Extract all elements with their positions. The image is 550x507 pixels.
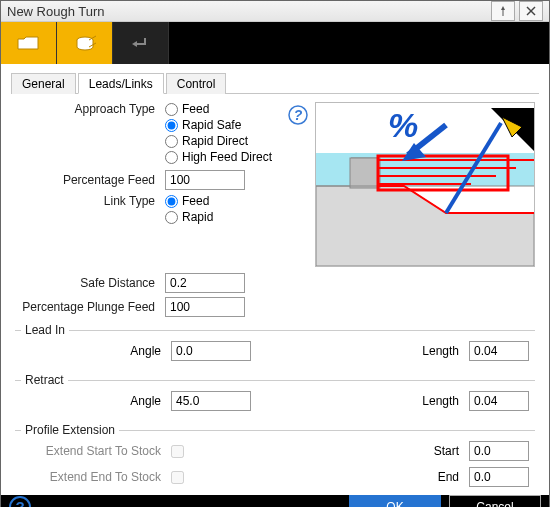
svg-rect-1 <box>503 10 504 16</box>
svg-text:?: ? <box>15 498 24 507</box>
approach-rapid-direct-radio[interactable] <box>165 135 178 148</box>
retract-length-label: Length <box>419 394 469 408</box>
approach-high-feed-radio[interactable] <box>165 151 178 164</box>
tab-strip: General Leads/Links Control <box>11 72 539 94</box>
lead-in-angle-label: Angle <box>21 344 171 358</box>
tab-general[interactable]: General <box>11 73 76 94</box>
diagram-percent-symbol: % <box>388 106 418 144</box>
percentage-plunge-input[interactable] <box>165 297 245 317</box>
dialog-window: New Rough Turn General Leads/Links Contr… <box>0 0 550 507</box>
safe-distance-label: Safe Distance <box>15 276 165 290</box>
approach-rapid-safe-label: Rapid Safe <box>182 118 241 132</box>
linktype-feed-label: Feed <box>182 194 209 208</box>
linktype-rapid-radio[interactable] <box>165 211 178 224</box>
cancel-button[interactable]: Cancel <box>449 495 541 507</box>
lead-in-length-input[interactable] <box>469 341 529 361</box>
percentage-feed-label: Percentage Feed <box>15 173 165 187</box>
tab-control[interactable]: Control <box>166 73 227 94</box>
ribbon-bar <box>1 22 549 64</box>
extend-start-checkbox[interactable] <box>171 445 184 458</box>
ribbon-folder-button[interactable] <box>1 22 57 64</box>
tab-panel-leads: Approach Type Feed Rapid Safe Rapid Dire… <box>11 94 539 493</box>
retract-group: Retract Angle Length <box>15 373 535 417</box>
approach-type-label: Approach Type <box>15 102 165 116</box>
pin-button[interactable] <box>491 1 515 21</box>
window-title: New Rough Turn <box>7 4 487 19</box>
extend-start-label: Extend Start To Stock <box>21 444 171 458</box>
profile-start-label: Start <box>419 444 469 458</box>
percentage-feed-input[interactable] <box>165 170 245 190</box>
profile-end-label: End <box>419 470 469 484</box>
content-area: General Leads/Links Control Approach Typ… <box>1 64 549 495</box>
lead-in-group: Lead In Angle Length <box>15 323 535 367</box>
ribbon-cylinder-button[interactable] <box>57 22 113 64</box>
retract-angle-input[interactable] <box>171 391 251 411</box>
retract-legend: Retract <box>21 373 68 387</box>
extend-end-checkbox[interactable] <box>171 471 184 484</box>
link-type-label: Link Type <box>15 194 165 208</box>
svg-text:?: ? <box>294 107 303 123</box>
close-button[interactable] <box>519 1 543 21</box>
svg-marker-7 <box>132 41 137 47</box>
linktype-feed-radio[interactable] <box>165 195 178 208</box>
profile-extension-legend: Profile Extension <box>21 423 119 437</box>
retract-length-input[interactable] <box>469 391 529 411</box>
retract-angle-label: Angle <box>21 394 171 408</box>
svg-rect-13 <box>350 158 380 188</box>
preview-diagram: ? <box>315 102 535 267</box>
percentage-plunge-label: Percentage Plunge Feed <box>15 300 165 314</box>
profile-end-input[interactable] <box>469 467 529 487</box>
lead-in-length-label: Length <box>419 344 469 358</box>
profile-start-input[interactable] <box>469 441 529 461</box>
linktype-rapid-label: Rapid <box>182 210 213 224</box>
ribbon-return-button[interactable] <box>113 22 169 64</box>
profile-extension-group: Profile Extension Extend Start To Stock … <box>15 423 535 493</box>
extend-end-label: Extend End To Stock <box>21 470 171 484</box>
safe-distance-input[interactable] <box>165 273 245 293</box>
approach-rapid-direct-label: Rapid Direct <box>182 134 248 148</box>
footer-bar: ? OK Cancel <box>1 495 549 507</box>
ok-button[interactable]: OK <box>349 495 441 507</box>
help-icon[interactable]: ? <box>9 496 31 507</box>
lead-in-angle-input[interactable] <box>171 341 251 361</box>
approach-rapid-safe-radio[interactable] <box>165 119 178 132</box>
approach-feed-radio[interactable] <box>165 103 178 116</box>
tab-leads-links[interactable]: Leads/Links <box>78 73 164 94</box>
approach-high-feed-label: High Feed Direct <box>182 150 272 164</box>
approach-feed-label: Feed <box>182 102 209 116</box>
lead-in-legend: Lead In <box>21 323 69 337</box>
context-help-icon[interactable]: ? <box>288 105 308 125</box>
title-bar: New Rough Turn <box>1 1 549 22</box>
svg-rect-11 <box>316 153 534 186</box>
